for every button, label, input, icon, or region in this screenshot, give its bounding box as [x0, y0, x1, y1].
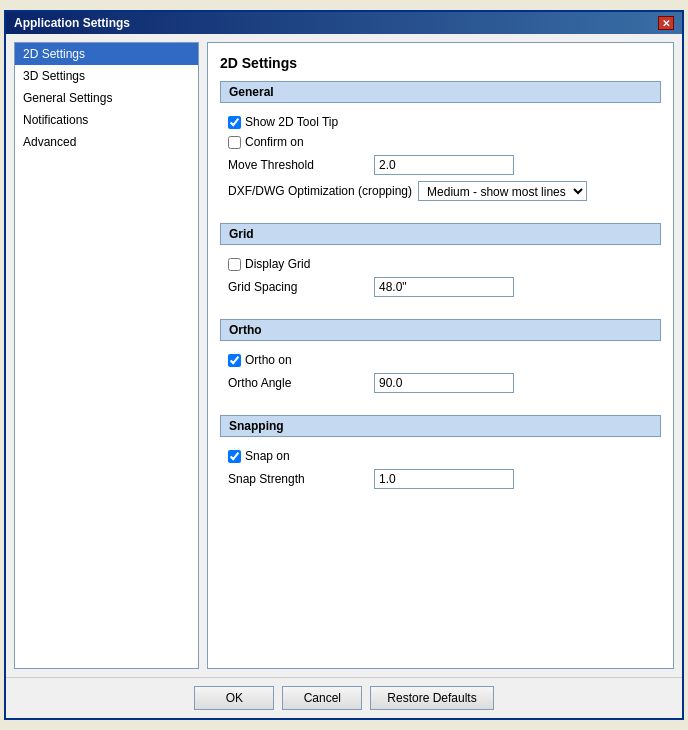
- section-header-ortho: Ortho: [220, 319, 661, 341]
- checkbox-label-show-tool-tip: Show 2D Tool Tip: [245, 115, 338, 129]
- checkbox-label-confirm-on: Confirm on: [245, 135, 304, 149]
- input-grid-spacing[interactable]: [374, 277, 514, 297]
- field-row-display-grid: Display Grid: [228, 257, 653, 271]
- label-snap-on[interactable]: Snap on: [228, 449, 290, 463]
- main-content: 2D Settings GeneralShow 2D Tool TipConfi…: [207, 42, 674, 669]
- text-label-snap-strength: Snap Strength: [228, 472, 368, 486]
- checkbox-ortho-on[interactable]: [228, 354, 241, 367]
- checkbox-label-display-grid: Display Grid: [245, 257, 310, 271]
- field-row-confirm-on: Confirm on: [228, 135, 653, 149]
- sidebar-item-advanced[interactable]: Advanced: [15, 131, 198, 153]
- dropdown-label-dxf-optimization: DXF/DWG Optimization (cropping): [228, 184, 412, 198]
- checkbox-display-grid[interactable]: [228, 258, 241, 271]
- close-button[interactable]: ✕: [658, 16, 674, 30]
- input-move-threshold[interactable]: [374, 155, 514, 175]
- field-row-ortho-angle: Ortho Angle: [228, 373, 653, 393]
- sidebar: 2D Settings3D SettingsGeneral SettingsNo…: [14, 42, 199, 669]
- checkbox-label-snap-on: Snap on: [245, 449, 290, 463]
- window-title: Application Settings: [14, 16, 130, 30]
- section-body-snapping: Snap onSnap Strength: [220, 445, 661, 503]
- ok-button[interactable]: OK: [194, 686, 274, 710]
- restore-defaults-button[interactable]: Restore Defaults: [370, 686, 493, 710]
- text-label-ortho-angle: Ortho Angle: [228, 376, 368, 390]
- section-snapping: SnappingSnap onSnap Strength: [220, 415, 661, 503]
- field-row-show-tool-tip: Show 2D Tool Tip: [228, 115, 653, 129]
- label-confirm-on[interactable]: Confirm on: [228, 135, 304, 149]
- footer: OK Cancel Restore Defaults: [6, 677, 682, 718]
- input-ortho-angle[interactable]: [374, 373, 514, 393]
- window-body: 2D Settings3D SettingsGeneral SettingsNo…: [6, 34, 682, 677]
- sidebar-item-3d-settings[interactable]: 3D Settings: [15, 65, 198, 87]
- page-title: 2D Settings: [220, 55, 661, 71]
- section-header-grid: Grid: [220, 223, 661, 245]
- text-label-grid-spacing: Grid Spacing: [228, 280, 368, 294]
- label-show-tool-tip[interactable]: Show 2D Tool Tip: [228, 115, 338, 129]
- section-body-grid: Display GridGrid Spacing: [220, 253, 661, 311]
- section-body-general: Show 2D Tool TipConfirm onMove Threshold…: [220, 111, 661, 215]
- sidebar-item-2d-settings[interactable]: 2D Settings: [15, 43, 198, 65]
- cancel-button[interactable]: Cancel: [282, 686, 362, 710]
- field-row-ortho-on: Ortho on: [228, 353, 653, 367]
- sidebar-item-general-settings[interactable]: General Settings: [15, 87, 198, 109]
- field-row-grid-spacing: Grid Spacing: [228, 277, 653, 297]
- field-row-snap-strength: Snap Strength: [228, 469, 653, 489]
- field-row-dxf-optimization: DXF/DWG Optimization (cropping)Low - sho…: [228, 181, 653, 201]
- checkbox-snap-on[interactable]: [228, 450, 241, 463]
- section-body-ortho: Ortho onOrtho Angle: [220, 349, 661, 407]
- section-general: GeneralShow 2D Tool TipConfirm onMove Th…: [220, 81, 661, 215]
- field-row-snap-on: Snap on: [228, 449, 653, 463]
- section-grid: GridDisplay GridGrid Spacing: [220, 223, 661, 311]
- sidebar-item-notifications[interactable]: Notifications: [15, 109, 198, 131]
- section-header-snapping: Snapping: [220, 415, 661, 437]
- checkbox-confirm-on[interactable]: [228, 136, 241, 149]
- checkbox-show-tool-tip[interactable]: [228, 116, 241, 129]
- checkbox-label-ortho-on: Ortho on: [245, 353, 292, 367]
- dropdown-dxf-optimization[interactable]: Low - show all linesMedium - show most l…: [418, 181, 587, 201]
- text-label-move-threshold: Move Threshold: [228, 158, 368, 172]
- input-snap-strength[interactable]: [374, 469, 514, 489]
- application-window: Application Settings ✕ 2D Settings3D Set…: [4, 10, 684, 720]
- section-ortho: OrthoOrtho onOrtho Angle: [220, 319, 661, 407]
- title-bar: Application Settings ✕: [6, 12, 682, 34]
- section-header-general: General: [220, 81, 661, 103]
- field-row-move-threshold: Move Threshold: [228, 155, 653, 175]
- label-ortho-on[interactable]: Ortho on: [228, 353, 292, 367]
- label-display-grid[interactable]: Display Grid: [228, 257, 310, 271]
